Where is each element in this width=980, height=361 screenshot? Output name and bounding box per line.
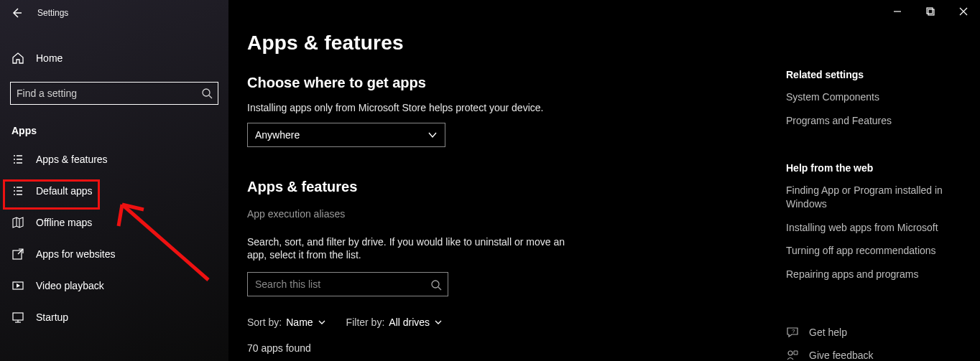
minimize-icon — [893, 7, 902, 16]
search-icon — [201, 88, 213, 99]
titlebar: Settings — [0, 0, 228, 26]
chat-help-icon: ? — [786, 326, 799, 339]
chevron-down-icon — [434, 318, 443, 327]
svg-point-8 — [788, 351, 792, 355]
sidebar-item-default-apps[interactable]: Default apps — [0, 175, 228, 207]
svg-rect-3 — [13, 313, 23, 320]
sidebar-item-offline-maps[interactable]: Offline maps — [0, 207, 228, 238]
apps-search-input[interactable] — [248, 273, 448, 296]
sort-by-dropdown[interactable]: Sort by: Name — [247, 317, 326, 328]
give-feedback-label: Give feedback — [809, 350, 874, 361]
svg-rect-4 — [927, 8, 933, 14]
sidebar-item-label: Offline maps — [36, 217, 92, 228]
sidebar-home[interactable]: Home — [0, 43, 228, 73]
sidebar-home-label: Home — [36, 52, 63, 64]
home-icon — [11, 52, 24, 65]
sidebar-item-video-playback[interactable]: Video playback — [0, 270, 228, 301]
app-source-dropdown[interactable]: Anywhere — [247, 123, 445, 147]
choose-apps-body: Installing apps only from Microsoft Stor… — [247, 101, 693, 114]
close-button[interactable] — [947, 0, 980, 23]
svg-rect-5 — [928, 9, 934, 15]
help-web-heading: Help from the web — [786, 162, 966, 174]
help-link[interactable]: Turning off app recommendations — [786, 244, 966, 258]
back-button[interactable] — [10, 6, 23, 19]
map-icon — [11, 216, 24, 229]
sort-label: Sort by: — [247, 317, 282, 328]
sidebar-section-head: Apps — [11, 125, 228, 136]
help-link[interactable]: Finding App or Program installed in Wind… — [786, 184, 966, 211]
related-link-system-components[interactable]: System Components — [786, 90, 966, 104]
list-icon — [11, 153, 24, 166]
svg-text:?: ? — [792, 328, 795, 334]
sidebar-item-label: Apps & features — [36, 154, 108, 165]
sidebar-item-label: Video playback — [36, 280, 104, 291]
help-link[interactable]: Installing web apps from Microsoft — [786, 221, 966, 235]
filter-by-dropdown[interactable]: Filter by: All drives — [346, 317, 443, 328]
apps-search[interactable] — [247, 272, 448, 296]
sidebar-item-apps-features[interactable]: Apps & features — [0, 144, 228, 175]
chevron-down-icon — [427, 130, 438, 140]
minimize-button[interactable] — [881, 0, 914, 23]
right-rail: Related settings System Components Progr… — [786, 0, 980, 361]
related-link-programs-features[interactable]: Programs and Features — [786, 114, 966, 128]
choose-apps-heading: Choose where to get apps — [247, 75, 786, 91]
startup-icon — [11, 311, 24, 324]
sidebar-item-label: Default apps — [36, 185, 93, 197]
sidebar-item-label: Startup — [36, 311, 68, 323]
arrow-left-icon — [11, 7, 22, 19]
sort-filter-row: Sort by: Name Filter by: All drives — [247, 317, 786, 328]
video-icon — [11, 279, 24, 292]
apps-features-heading: Apps & features — [247, 179, 786, 195]
sidebar-item-apps-for-websites[interactable]: Apps for websites — [0, 238, 228, 270]
find-setting-input[interactable] — [10, 82, 218, 105]
maximize-icon — [926, 7, 935, 16]
give-feedback-link[interactable]: Give feedback — [786, 349, 966, 361]
page-title: Apps & features — [247, 32, 786, 55]
filter-value: All drives — [389, 317, 430, 328]
app-execution-aliases-link[interactable]: App execution aliases — [247, 208, 786, 220]
list-instructions: Search, sort, and filter by drive. If yo… — [247, 235, 578, 261]
maximize-button[interactable] — [914, 0, 947, 23]
app-source-value: Anywhere — [255, 129, 300, 141]
chevron-down-icon — [318, 318, 326, 327]
sidebar-search[interactable] — [10, 82, 218, 105]
sidebar-item-label: Apps for websites — [36, 248, 116, 260]
apps-found-count: 70 apps found — [247, 342, 786, 354]
open-external-icon — [11, 248, 24, 261]
sidebar-nav: Apps & features Default apps Offline map… — [0, 144, 228, 333]
get-help-link[interactable]: ? Get help — [786, 326, 966, 339]
main-area: Apps & features Choose where to get apps… — [228, 0, 980, 361]
get-help-label: Get help — [809, 327, 847, 338]
sidebar: Settings Home Apps Apps & features Defau… — [0, 0, 228, 361]
search-icon — [430, 279, 442, 291]
svg-point-6 — [432, 281, 439, 288]
related-settings-heading: Related settings — [786, 69, 966, 80]
sidebar-item-startup[interactable]: Startup — [0, 301, 228, 333]
help-link[interactable]: Repairing apps and programs — [786, 268, 966, 281]
close-icon — [959, 7, 968, 16]
feedback-icon — [786, 349, 799, 361]
window-controls — [881, 0, 980, 23]
svg-point-0 — [203, 89, 210, 96]
filter-label: Filter by: — [346, 317, 385, 328]
window-title: Settings — [37, 8, 68, 18]
default-apps-icon — [11, 184, 24, 197]
sort-value: Name — [286, 317, 313, 328]
